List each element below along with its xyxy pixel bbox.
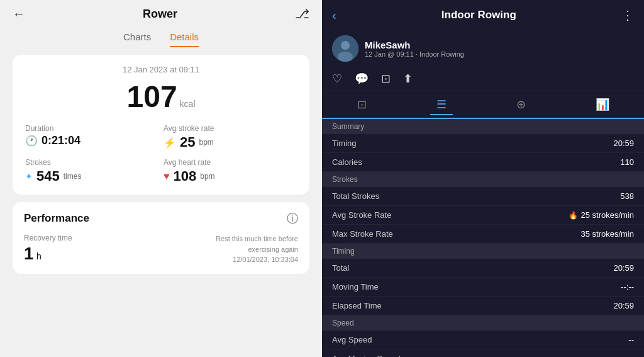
tab-link[interactable]: ⊕: [510, 95, 532, 114]
data-label: Elapsed Time: [332, 301, 382, 310]
share-icon[interactable]: ⎇: [295, 6, 309, 21]
performance-header: Performance ⓘ: [24, 211, 298, 226]
tab-details[interactable]: ☰: [430, 95, 453, 115]
action-row: ♡ 💬 ⊡ ⬆: [322, 68, 644, 91]
calories-display: 107 kcal: [25, 79, 297, 114]
data-label: Total: [332, 263, 349, 273]
data-table: SummaryTiming20:59Calories110StrokesTota…: [322, 119, 644, 357]
clock-icon: 🕐: [25, 135, 38, 147]
user-row: MikeSawh 12 Jan @ 09:11 · Indoor Rowing: [322, 30, 644, 68]
rest-note-line2: exercising again: [216, 244, 298, 255]
tab-details[interactable]: Details: [170, 31, 199, 47]
data-label: Avg Stroke Rate: [332, 210, 391, 220]
value-text: --: [628, 354, 634, 357]
avg-hr-label: Avg heart rate: [164, 158, 297, 167]
data-label: Timing: [332, 139, 357, 148]
user-name: MikeSawh: [365, 40, 464, 50]
right-back-icon[interactable]: ‹: [332, 8, 336, 23]
recovery-unit: h: [36, 251, 42, 261]
back-icon[interactable]: ←: [13, 7, 25, 21]
table-row: Avg Stroke Rate🔥25 strokes/min: [322, 206, 644, 225]
svg-point-1: [341, 41, 350, 50]
table-row: Calories110: [322, 153, 644, 172]
table-row: Avg Moving Speed--: [322, 349, 644, 357]
data-value: --:--: [621, 282, 634, 292]
stat-avg-heart-rate: Avg heart rate ♥ 108 bpm: [164, 158, 297, 184]
avg-hr-unit: bpm: [200, 172, 214, 181]
section-header-strokes: Strokes: [322, 172, 644, 187]
duration-value-row: 🕐 0:21:04: [25, 134, 158, 147]
table-row: Timing20:59: [322, 134, 644, 153]
stat-strokes: Strokes ✦ 545 times: [25, 158, 158, 184]
user-info: MikeSawh 12 Jan @ 09:11 · Indoor Rowing: [365, 40, 464, 58]
value-text: 20:59: [613, 301, 634, 310]
avg-stroke-label: Avg stroke rate: [164, 124, 297, 133]
data-value: --: [628, 354, 634, 357]
value-text: 20:59: [613, 139, 634, 148]
data-label: Total Strokes: [332, 191, 379, 201]
value-text: --:--: [621, 282, 634, 292]
table-row: Moving Time--:--: [322, 278, 644, 297]
data-value: 20:59: [613, 301, 634, 310]
section-header-timing: Timing: [322, 244, 644, 259]
data-label: Avg Speed: [332, 335, 372, 344]
stat-avg-stroke-rate: Avg stroke rate ⚡ 25 bpm: [164, 124, 297, 150]
avg-stroke-unit: bpm: [199, 138, 213, 147]
right-title: Indoor Rowing: [441, 9, 516, 21]
stroke-icon: ⚡: [164, 137, 176, 149]
value-text: 25 strokes/min: [580, 210, 634, 220]
strokes-label: Strokes: [25, 158, 158, 167]
left-content: 12 Jan 2023 at 09:11 107 kcal Duration 🕐…: [0, 47, 322, 357]
avg-stroke-value-row: ⚡ 25 bpm: [164, 134, 297, 150]
share-icon[interactable]: ⬆: [403, 72, 413, 86]
data-value: 20:59: [613, 263, 634, 273]
avg-hr-value: 108: [174, 168, 197, 184]
heart-icon: ♥: [164, 171, 170, 182]
like-icon[interactable]: ♡: [332, 72, 342, 86]
duration-value: 0:21:04: [42, 134, 80, 147]
performance-body: Recovery time 1 h Rest this much time be…: [24, 234, 298, 265]
flame-icon: 🔥: [569, 211, 578, 220]
comment-icon[interactable]: 💬: [355, 72, 369, 86]
data-value: 538: [620, 191, 634, 201]
strokes-icon: ✦: [25, 171, 33, 181]
performance-title: Performance: [24, 212, 89, 225]
table-row: Avg Speed--: [322, 331, 644, 349]
data-label: Avg Moving Speed: [332, 354, 401, 357]
camera-icon[interactable]: ⊡: [381, 72, 391, 86]
duration-label: Duration: [25, 124, 158, 133]
data-value: --: [628, 335, 634, 344]
data-label: Calories: [332, 157, 362, 167]
value-text: 538: [620, 191, 634, 201]
rest-note-line1: Rest this much time before: [216, 234, 298, 244]
data-label: Max Stroke Rate: [332, 229, 393, 239]
strokes-value: 545: [36, 168, 60, 184]
stats-card: 12 Jan 2023 at 09:11 107 kcal Duration 🕐…: [13, 55, 309, 195]
rest-note: Rest this much time before exercising ag…: [216, 234, 298, 265]
rest-note-date: 12/01/2023, 10:33:04: [216, 254, 298, 265]
section-header-speed: Speed: [322, 315, 644, 331]
table-row: Elapsed Time20:59: [322, 297, 644, 315]
avg-stroke-value: 25: [180, 134, 195, 150]
recovery-value-row: 1 h: [24, 244, 72, 264]
tab-charts[interactable]: Charts: [123, 31, 151, 47]
recovery-value: 1: [24, 244, 34, 263]
table-row: Total Strokes538: [322, 187, 644, 206]
data-value: 🔥25 strokes/min: [569, 210, 634, 220]
performance-card: Performance ⓘ Recovery time 1 h Rest thi…: [13, 202, 309, 274]
data-value: 110: [620, 157, 634, 167]
right-more-icon[interactable]: ⋮: [621, 8, 634, 23]
info-icon[interactable]: ⓘ: [287, 211, 298, 226]
calories-value: 107: [127, 79, 177, 114]
value-text: --: [628, 335, 634, 344]
tab-overview[interactable]: ⊡: [351, 95, 373, 114]
left-tabs: Charts Details: [0, 28, 322, 47]
right-header: ‹ Indoor Rowing ⋮: [322, 0, 644, 30]
data-label: Moving Time: [332, 282, 379, 292]
recovery-label: Recovery time: [24, 234, 72, 242]
tab-chart[interactable]: 📊: [589, 95, 616, 114]
value-text: 35 strokes/min: [580, 229, 634, 239]
stats-grid: Duration 🕐 0:21:04 Avg stroke rate ⚡ 25 …: [25, 124, 297, 184]
stats-date: 12 Jan 2023 at 09:11: [25, 65, 297, 74]
strokes-value-row: ✦ 545 times: [25, 168, 158, 184]
